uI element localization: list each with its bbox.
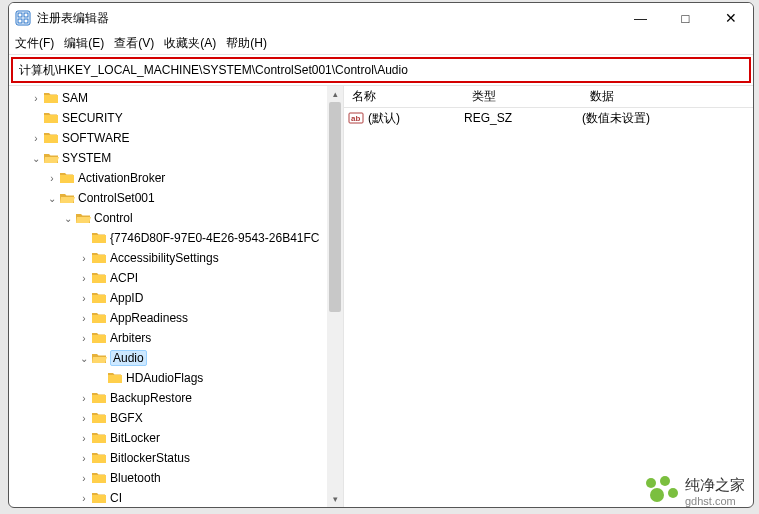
value-type: REG_SZ (464, 111, 582, 125)
tree-item[interactable]: HDAudioFlags (9, 368, 343, 388)
tree-item[interactable]: ›Arbiters (9, 328, 343, 348)
svg-point-8 (660, 476, 670, 486)
col-type[interactable]: 类型 (464, 88, 582, 105)
folder-icon (91, 231, 107, 245)
tree-item[interactable]: ›ACPI (9, 268, 343, 288)
chevron-right-icon[interactable]: › (77, 413, 91, 424)
menu-edit[interactable]: 编辑(E) (64, 35, 104, 52)
tree-item[interactable]: ›AppID (9, 288, 343, 308)
menubar: 文件(F) 编辑(E) 查看(V) 收藏夹(A) 帮助(H) (9, 33, 753, 55)
svg-rect-1 (18, 13, 22, 17)
folder-icon (43, 131, 59, 145)
chevron-right-icon[interactable]: › (45, 173, 59, 184)
folder-open-icon (91, 351, 107, 365)
menu-file[interactable]: 文件(F) (15, 35, 54, 52)
col-data[interactable]: 数据 (582, 88, 753, 105)
chevron-down-icon[interactable]: ⌄ (45, 193, 59, 204)
app-icon (15, 10, 31, 26)
folder-open-icon (43, 151, 59, 165)
string-value-icon: ab (348, 110, 364, 126)
tree-view[interactable]: ›SAMSECURITY›SOFTWARE⌄SYSTEM›ActivationB… (9, 86, 344, 507)
content-area: ›SAMSECURITY›SOFTWARE⌄SYSTEM›ActivationB… (9, 85, 753, 507)
tree-item[interactable]: ⌄Control (9, 208, 343, 228)
watermark-text: 纯净之家 gdhst.com (685, 476, 745, 507)
address-input[interactable] (17, 61, 745, 79)
chevron-down-icon[interactable]: ⌄ (61, 213, 75, 224)
tree-item[interactable]: ⌄SYSTEM (9, 148, 343, 168)
menu-help[interactable]: 帮助(H) (226, 35, 267, 52)
chevron-right-icon[interactable]: › (77, 433, 91, 444)
chevron-right-icon[interactable]: › (77, 393, 91, 404)
list-view: 名称 类型 数据 ab(默认)REG_SZ(数值未设置) (344, 86, 753, 507)
tree-item[interactable]: ›BitlockerStatus (9, 448, 343, 468)
chevron-right-icon[interactable]: › (29, 93, 43, 104)
address-highlight (11, 57, 751, 83)
watermark: 纯净之家 gdhst.com (643, 475, 745, 508)
tree-item[interactable]: SECURITY (9, 108, 343, 128)
tree-item-label: BGFX (110, 411, 143, 425)
column-headers: 名称 类型 数据 (344, 86, 753, 108)
tree-item[interactable]: ⌄Audio (9, 348, 343, 368)
close-button[interactable]: ✕ (708, 3, 753, 33)
chevron-right-icon[interactable]: › (77, 473, 91, 484)
tree-item[interactable]: ›AppReadiness (9, 308, 343, 328)
chevron-right-icon[interactable]: › (77, 253, 91, 264)
col-name[interactable]: 名称 (344, 88, 464, 105)
tree-item[interactable]: ›BackupRestore (9, 388, 343, 408)
watermark-icon (643, 475, 679, 508)
tree-item-label: ActivationBroker (78, 171, 165, 185)
chevron-right-icon[interactable]: › (77, 313, 91, 324)
chevron-right-icon[interactable]: › (77, 293, 91, 304)
svg-point-7 (646, 478, 656, 488)
folder-icon (91, 331, 107, 345)
tree-item[interactable]: ⌄ControlSet001 (9, 188, 343, 208)
tree-item[interactable]: ›CI (9, 488, 343, 507)
tree-item-label: Bluetooth (110, 471, 161, 485)
tree-item[interactable]: ›SOFTWARE (9, 128, 343, 148)
tree-item-label: ACPI (110, 271, 138, 285)
svg-rect-3 (18, 19, 22, 23)
chevron-right-icon[interactable]: › (77, 333, 91, 344)
tree-item-label: SOFTWARE (62, 131, 130, 145)
chevron-down-icon[interactable]: ⌄ (29, 153, 43, 164)
menu-favorites[interactable]: 收藏夹(A) (164, 35, 216, 52)
tree-item[interactable]: ›AccessibilitySettings (9, 248, 343, 268)
menu-view[interactable]: 查看(V) (114, 35, 154, 52)
minimize-button[interactable]: — (618, 3, 663, 33)
scroll-up-arrow[interactable]: ▴ (327, 86, 343, 102)
tree-item-label: Audio (110, 350, 147, 366)
folder-icon (91, 271, 107, 285)
tree-item-label: AppReadiness (110, 311, 188, 325)
list-row[interactable]: ab(默认)REG_SZ(数值未设置) (344, 108, 753, 128)
chevron-right-icon[interactable]: › (77, 273, 91, 284)
tree-item[interactable]: {7746D80F-97E0-4E26-9543-26B41FC (9, 228, 343, 248)
tree-item[interactable]: ›SAM (9, 88, 343, 108)
chevron-right-icon[interactable]: › (77, 453, 91, 464)
folder-icon (91, 491, 107, 505)
maximize-button[interactable]: □ (663, 3, 708, 33)
svg-rect-4 (24, 19, 28, 23)
regedit-window: 注册表编辑器 — □ ✕ 文件(F) 编辑(E) 查看(V) 收藏夹(A) 帮助… (8, 2, 754, 508)
tree-scrollbar[interactable]: ▴ ▾ (327, 86, 343, 507)
tree-item[interactable]: ›Bluetooth (9, 468, 343, 488)
chevron-down-icon[interactable]: ⌄ (77, 353, 91, 364)
scroll-thumb[interactable] (329, 102, 341, 312)
tree-item-label: BackupRestore (110, 391, 192, 405)
chevron-right-icon[interactable]: › (77, 493, 91, 504)
chevron-right-icon[interactable]: › (29, 133, 43, 144)
watermark-line1: 纯净之家 (685, 476, 745, 495)
tree-item-label: SECURITY (62, 111, 123, 125)
folder-open-icon (75, 211, 91, 225)
svg-point-10 (668, 488, 678, 498)
folder-icon (59, 171, 75, 185)
tree-item[interactable]: ›BitLocker (9, 428, 343, 448)
folder-icon (43, 91, 59, 105)
tree-item[interactable]: ›BGFX (9, 408, 343, 428)
tree-item[interactable]: ›ActivationBroker (9, 168, 343, 188)
scroll-down-arrow[interactable]: ▾ (327, 491, 343, 507)
folder-icon (91, 311, 107, 325)
tree-item-label: SYSTEM (62, 151, 111, 165)
titlebar[interactable]: 注册表编辑器 — □ ✕ (9, 3, 753, 33)
scroll-track[interactable] (327, 102, 343, 491)
tree-item-label: BitLocker (110, 431, 160, 445)
